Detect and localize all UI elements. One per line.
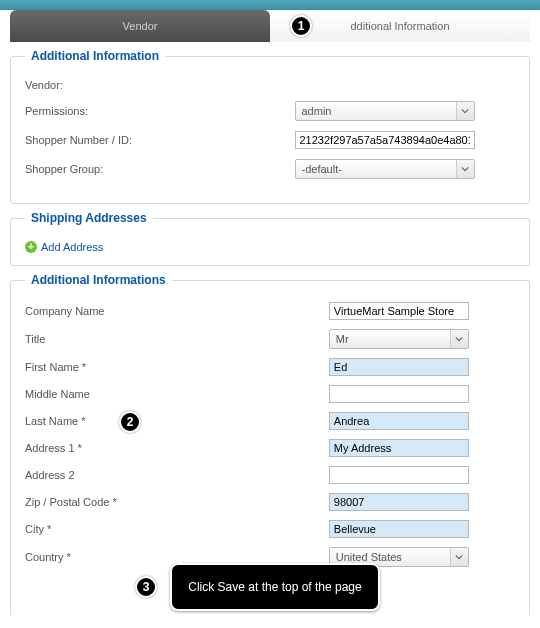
add-address-link[interactable]: + Add Address — [25, 241, 515, 253]
section-title: Shipping Addresses — [25, 211, 153, 225]
country-value: United States — [330, 551, 450, 563]
first-name-row: First Name * — [25, 358, 515, 376]
zip-row: Zip / Postal Code * — [25, 493, 515, 511]
address1-row: Address 1 * — [25, 439, 515, 457]
address2-row: Address 2 — [25, 466, 515, 484]
permissions-select[interactable]: admin — [295, 101, 475, 121]
company-row: Company Name — [25, 302, 515, 320]
city-label: City * — [25, 523, 329, 535]
content-area: Additional Information Vendor: Permissio… — [0, 56, 540, 626]
address2-input[interactable] — [329, 466, 469, 484]
vendor-label: Vendor: — [25, 79, 295, 91]
shopper-group-row: Shopper Group: -default- — [25, 159, 515, 179]
first-name-label: First Name * — [25, 361, 329, 373]
chevron-down-icon — [456, 160, 474, 178]
marker-3: 3 — [135, 576, 157, 598]
middle-name-row: Middle Name — [25, 385, 515, 403]
zip-input[interactable] — [329, 493, 469, 511]
company-label: Company Name — [25, 305, 329, 317]
tab-vendor-label: Vendor — [123, 20, 158, 32]
title-value: Mr — [330, 333, 450, 345]
first-name-input[interactable] — [329, 358, 469, 376]
permissions-value: admin — [296, 105, 456, 117]
instruction-callout: Click Save at the top of the page — [170, 563, 380, 611]
tab-bar: Vendor dditional Information — [0, 10, 540, 42]
city-input[interactable] — [329, 520, 469, 538]
marker-1: 1 — [290, 15, 312, 37]
last-name-input[interactable] — [329, 412, 469, 430]
shopper-group-value: -default- — [296, 163, 456, 175]
section-title: Additional Informations — [25, 273, 172, 287]
chevron-down-icon — [456, 102, 474, 120]
country-label: Country * — [25, 551, 329, 563]
city-row: City * — [25, 520, 515, 538]
shopper-group-label: Shopper Group: — [25, 163, 295, 175]
add-address-label: Add Address — [41, 241, 103, 253]
tab-additional-info-label: dditional Information — [350, 20, 449, 32]
shopper-number-row: Shopper Number / ID: — [25, 131, 515, 149]
shopper-number-label: Shopper Number / ID: — [25, 134, 295, 146]
title-row: Title Mr — [25, 329, 515, 349]
shopper-group-select[interactable]: -default- — [295, 159, 475, 179]
address1-label: Address 1 * — [25, 442, 329, 454]
address2-label: Address 2 — [25, 469, 329, 481]
zip-label: Zip / Postal Code * — [25, 496, 329, 508]
last-name-row: Last Name * — [25, 412, 515, 430]
section-title: Additional Information — [25, 49, 165, 63]
vendor-row: Vendor: — [25, 79, 515, 91]
marker-2: 2 — [119, 411, 141, 433]
tab-vendor[interactable]: Vendor — [10, 10, 270, 42]
chevron-down-icon — [450, 548, 468, 566]
middle-name-input[interactable] — [329, 385, 469, 403]
permissions-row: Permissions: admin — [25, 101, 515, 121]
address1-input[interactable] — [329, 439, 469, 457]
title-label: Title — [25, 333, 329, 345]
top-bar — [0, 0, 540, 10]
middle-name-label: Middle Name — [25, 388, 329, 400]
additional-information-section: Additional Information Vendor: Permissio… — [10, 56, 530, 204]
plus-icon: + — [25, 241, 37, 253]
vendor-value — [295, 83, 516, 87]
callout-text: Click Save at the top of the page — [188, 580, 361, 594]
title-select[interactable]: Mr — [329, 329, 469, 349]
shopper-number-input[interactable] — [295, 131, 475, 149]
shipping-addresses-section: Shipping Addresses + Add Address — [10, 218, 530, 266]
chevron-down-icon — [450, 330, 468, 348]
permissions-label: Permissions: — [25, 105, 295, 117]
company-input[interactable] — [329, 302, 469, 320]
last-name-label: Last Name * — [25, 415, 329, 427]
